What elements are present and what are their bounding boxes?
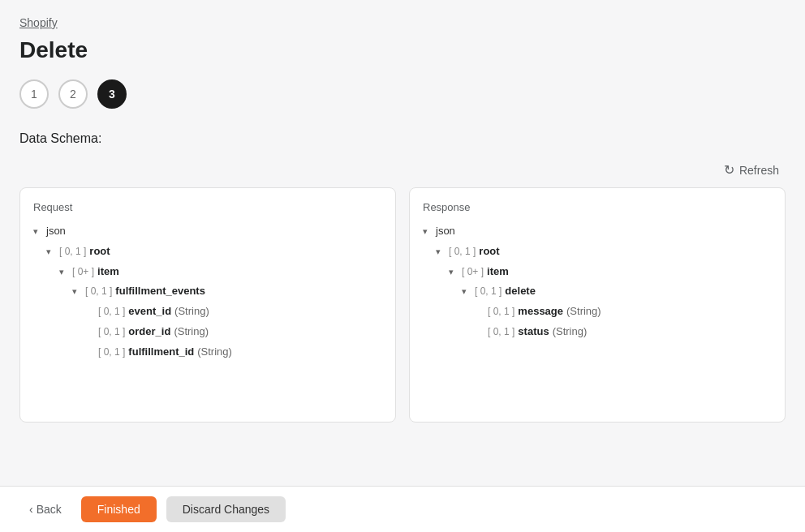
page-container: Shopify Delete 1 2 3 Data Schema: ↻ Refr…	[0, 0, 805, 532]
discard-button[interactable]: Discard Changes	[166, 496, 286, 522]
node-name: json	[436, 223, 455, 240]
node-name: status	[518, 324, 549, 341]
step-1[interactable]: 1	[19, 79, 49, 109]
step-2[interactable]: 2	[58, 79, 88, 109]
tree-node: [ 0, 1 ] order_id (String)	[85, 324, 382, 341]
node-badge: [ 0+ ]	[72, 264, 94, 280]
schema-panels: Request ▾ json ▾ [ 0, 1 ] root ▾ [ 0+ ] …	[19, 187, 786, 423]
node-type: (String)	[174, 324, 209, 341]
response-panel: Response ▾ json ▾ [ 0, 1 ] root ▾ [ 0+ ]…	[409, 187, 786, 423]
section-title: Data Schema:	[19, 131, 786, 146]
page-title: Delete	[19, 37, 786, 63]
node-badge: [ 0, 1 ]	[488, 324, 514, 340]
chevron-icon[interactable]: ▾	[462, 285, 471, 299]
tree-node: ▾ [ 0, 1 ] delete	[462, 283, 772, 300]
chevron-icon[interactable]: ▾	[436, 245, 446, 260]
tree-node: [ 0, 1 ] message (String)	[475, 303, 772, 320]
node-badge: [ 0, 1 ]	[98, 324, 125, 340]
steps-container: 1 2 3	[19, 79, 786, 109]
node-name: event_id	[128, 303, 171, 320]
tree-node: ▾ [ 0+ ] item	[449, 264, 772, 281]
tree-node: [ 0, 1 ] event_id (String)	[85, 303, 382, 320]
node-badge: [ 0+ ]	[462, 264, 484, 280]
chevron-icon[interactable]: ▾	[59, 265, 69, 280]
node-badge: [ 0, 1 ]	[98, 345, 125, 360]
tree-node: ▾ [ 0, 1 ] root	[46, 243, 382, 260]
tree-node: ▾ [ 0+ ] item	[59, 264, 382, 281]
tree-node: [ 0, 1 ] fulfillment_id (String)	[85, 344, 382, 361]
node-name: root	[89, 243, 110, 260]
node-name: root	[479, 243, 499, 260]
node-name: fulfillment_id	[128, 344, 194, 361]
node-badge: [ 0, 1 ]	[488, 304, 514, 320]
back-button[interactable]: ‹ Back	[19, 496, 71, 522]
step-3[interactable]: 3	[97, 79, 127, 109]
node-name: item	[487, 264, 509, 281]
node-badge: [ 0, 1 ]	[85, 284, 112, 299]
tree-node: ▾ json	[423, 223, 772, 240]
response-panel-label: Response	[423, 201, 772, 213]
tree-node: [ 0, 1 ] status (String)	[475, 324, 772, 341]
chevron-icon[interactable]: ▾	[72, 285, 82, 299]
node-badge: [ 0, 1 ]	[449, 244, 476, 260]
node-name: message	[518, 303, 563, 320]
request-panel-label: Request	[33, 201, 382, 213]
chevron-icon[interactable]: ▾	[33, 225, 43, 239]
request-panel: Request ▾ json ▾ [ 0, 1 ] root ▾ [ 0+ ] …	[19, 187, 396, 423]
node-name: order_id	[128, 324, 170, 341]
finished-button[interactable]: Finished	[81, 496, 157, 522]
bottom-bar: ‹ Back Finished Discard Changes	[0, 486, 805, 532]
back-arrow-icon: ‹	[29, 503, 33, 516]
node-type: (String)	[566, 303, 601, 320]
tree-node: ▾ [ 0, 1 ] root	[436, 243, 772, 260]
tree-node: ▾ [ 0, 1 ] fulfillment_events	[72, 283, 382, 300]
node-type: (String)	[553, 324, 588, 341]
chevron-icon[interactable]: ▾	[423, 225, 433, 239]
node-name: delete	[505, 283, 536, 300]
tree-node: ▾ json	[33, 223, 382, 240]
node-badge: [ 0, 1 ]	[59, 244, 86, 260]
refresh-button[interactable]: ↻ Refresh	[717, 159, 786, 181]
toolbar-row: ↻ Refresh	[19, 159, 786, 181]
node-type: (String)	[197, 344, 232, 361]
node-type: (String)	[174, 303, 209, 320]
breadcrumb-link[interactable]: Shopify	[19, 16, 58, 29]
node-badge: [ 0, 1 ]	[475, 284, 502, 299]
node-name: json	[46, 223, 66, 240]
node-badge: [ 0, 1 ]	[98, 304, 125, 320]
chevron-icon[interactable]: ▾	[449, 265, 458, 280]
chevron-icon[interactable]: ▾	[46, 245, 56, 260]
node-name: fulfillment_events	[115, 283, 205, 300]
refresh-icon: ↻	[724, 162, 734, 178]
node-name: item	[97, 264, 119, 281]
